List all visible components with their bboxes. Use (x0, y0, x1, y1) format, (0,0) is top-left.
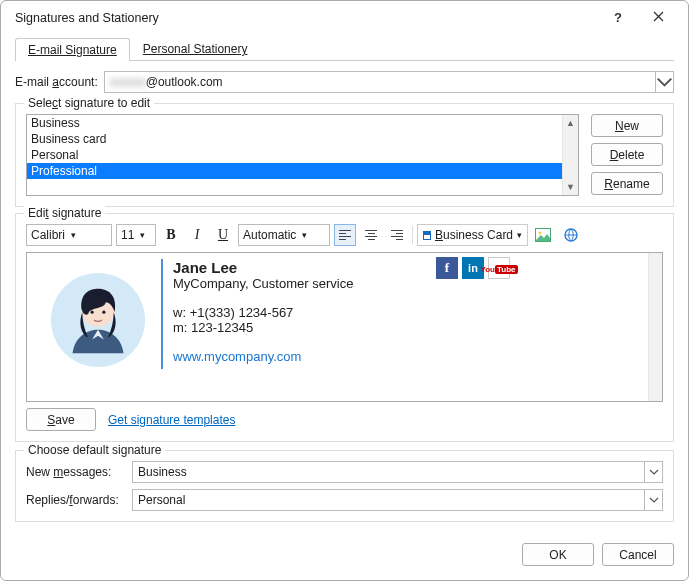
social-icons: f in YouTube (436, 257, 510, 279)
scroll-up-icon[interactable]: ▲ (563, 115, 578, 131)
email-account-label: E-mail account: (15, 75, 98, 89)
rename-button[interactable]: Rename (591, 172, 663, 195)
list-item[interactable]: Business card (27, 131, 578, 147)
dialog-footer: OK Cancel (1, 543, 688, 580)
get-templates-link[interactable]: Get signature templates (108, 413, 235, 427)
mobile-phone: m: 123-12345 (173, 320, 652, 335)
replies-forwards-dropdown[interactable]: Personal (132, 489, 663, 511)
insert-hyperlink-button[interactable] (560, 224, 582, 246)
align-right-button[interactable] (386, 224, 408, 246)
toolbar-divider (412, 226, 413, 244)
edit-signature-legend: Edit signature (24, 206, 105, 220)
italic-button[interactable]: I (186, 224, 208, 246)
edit-signature-group: Edit signature Calibri▾ 11▾ B I U Automa… (15, 213, 674, 442)
svg-point-5 (91, 311, 94, 314)
font-color-dropdown[interactable]: Automatic▾ (238, 224, 330, 246)
business-card-button[interactable]: Business Card ▾ (417, 224, 528, 246)
signature-name: Jane Lee (173, 259, 652, 276)
scrollbar[interactable]: ▲ ▼ (562, 115, 578, 195)
close-button[interactable] (638, 4, 678, 32)
select-signature-group: Select signature to edit Business Busine… (15, 103, 674, 207)
signature-company: MyCompany, Customer service (173, 276, 652, 291)
chevron-down-icon: ▾ (140, 230, 145, 240)
new-button[interactable]: New (591, 114, 663, 137)
dialog-window: Signatures and Stationery ? E-mail Signa… (0, 0, 689, 581)
ok-button[interactable]: OK (522, 543, 594, 566)
insert-picture-button[interactable] (532, 224, 554, 246)
default-signature-group: Choose default signature New messages: B… (15, 450, 674, 522)
youtube-icon: YouTube (488, 257, 510, 279)
signature-listbox[interactable]: Business Business card Personal Professi… (26, 114, 579, 196)
svg-point-1 (539, 232, 542, 235)
card-icon (423, 231, 431, 240)
window-title: Signatures and Stationery (15, 11, 598, 25)
facebook-icon: f (436, 257, 458, 279)
replies-forwards-label: Replies/forwards: (26, 493, 132, 507)
font-family-dropdown[interactable]: Calibri▾ (26, 224, 112, 246)
new-messages-label: New messages: (26, 465, 132, 479)
email-account-dropdown[interactable]: xxxxxx@outlook.com (104, 71, 674, 93)
new-messages-dropdown[interactable]: Business (132, 461, 663, 483)
website-link: www.mycompany.com (173, 349, 652, 364)
help-button[interactable]: ? (598, 4, 638, 32)
chevron-down-icon (644, 462, 662, 482)
list-item[interactable]: Professional (27, 163, 578, 179)
delete-button[interactable]: Delete (591, 143, 663, 166)
font-size-dropdown[interactable]: 11▾ (116, 224, 156, 246)
tab-email-signature[interactable]: E-mail Signature (15, 38, 130, 61)
bold-button[interactable]: B (160, 224, 182, 246)
default-signature-legend: Choose default signature (24, 443, 165, 457)
save-button[interactable]: Save (26, 408, 96, 431)
work-phone: w: +1(333) 1234-567 (173, 305, 652, 320)
titlebar: Signatures and Stationery ? (1, 1, 688, 35)
chevron-down-icon: ▾ (71, 230, 76, 240)
tab-personal-stationery[interactable]: Personal Stationery (130, 37, 261, 60)
editor-scrollbar[interactable] (648, 253, 662, 401)
cancel-button[interactable]: Cancel (602, 543, 674, 566)
scroll-down-icon[interactable]: ▼ (563, 179, 578, 195)
select-signature-legend: Select signature to edit (24, 96, 154, 110)
list-item[interactable]: Personal (27, 147, 578, 163)
align-center-button[interactable] (360, 224, 382, 246)
chevron-down-icon (655, 72, 673, 92)
align-left-button[interactable] (334, 224, 356, 246)
tab-strip: E-mail Signature Personal Stationery (15, 37, 674, 61)
chevron-down-icon (644, 490, 662, 510)
signature-text-block: Jane Lee MyCompany, Customer service w: … (161, 259, 652, 369)
chevron-down-icon: ▾ (302, 230, 307, 240)
avatar (49, 271, 147, 369)
underline-button[interactable]: U (212, 224, 234, 246)
list-item[interactable]: Business (27, 115, 578, 131)
editor-toolbar: Calibri▾ 11▾ B I U Automatic▾ Busi (26, 224, 663, 246)
svg-point-6 (102, 311, 105, 314)
signature-editor[interactable]: Jane Lee MyCompany, Customer service w: … (26, 252, 663, 402)
